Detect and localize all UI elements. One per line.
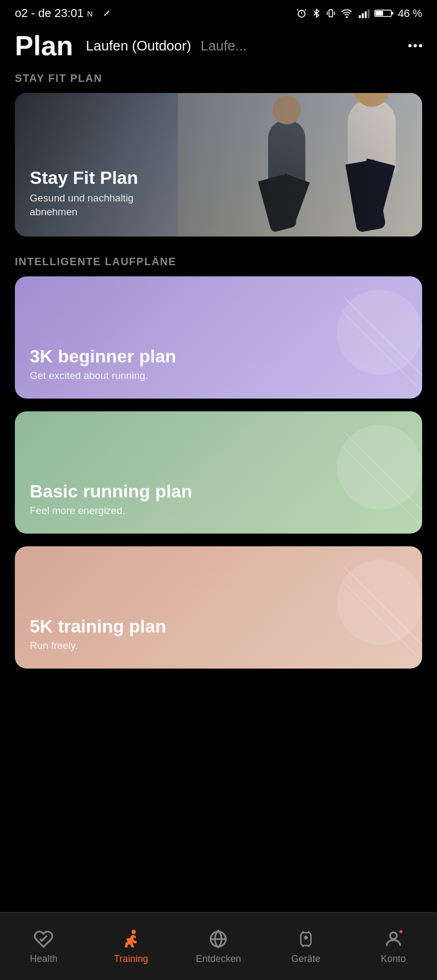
- plan-card-3k-content: 3K beginner plan Get excited about runni…: [15, 331, 191, 399]
- plan-card-basic-content: Basic running plan Feel more energized.: [15, 466, 207, 534]
- watch-icon: [295, 928, 317, 950]
- stay-fit-card-overlay: Stay Fit Plan Gesund und nachhaltig abne…: [15, 93, 422, 236]
- card-deco-3k: [327, 284, 422, 391]
- time: 23:01: [55, 6, 84, 20]
- status-bar: o2 - de 23:01 N 46 %: [0, 0, 437, 24]
- slash-icon: [102, 9, 112, 18]
- nav-item-konto[interactable]: Konto: [349, 928, 437, 965]
- plan-card-basic-subtitle: Feel more energized.: [30, 505, 192, 517]
- svg-point-13: [132, 930, 135, 933]
- svg-text:N: N: [87, 10, 93, 18]
- nav-item-geraete[interactable]: Geräte: [262, 928, 350, 965]
- battery-icon: [374, 8, 393, 19]
- card-deco-basic: [327, 419, 422, 526]
- wifi-icon: [340, 7, 353, 19]
- svg-rect-6: [359, 15, 361, 18]
- signal-icon: [357, 7, 370, 19]
- run-icon: [120, 928, 142, 950]
- main-content: STAY FIT PLAN: [0, 72, 437, 756]
- heart-icon: [32, 928, 55, 950]
- account-icon: [382, 928, 405, 950]
- nav-label-entdecken: Entdecken: [196, 953, 241, 965]
- svg-point-5: [346, 16, 347, 18]
- status-left: o2 - de 23:01 N: [15, 6, 112, 20]
- nav-label-konto: Konto: [381, 953, 406, 965]
- header-tab-outdoor[interactable]: Laufen (Outdoor): [86, 38, 191, 54]
- svg-rect-12: [376, 11, 383, 16]
- header-tab-second[interactable]: Laufe...: [201, 38, 247, 54]
- nav-label-health: Health: [30, 953, 57, 965]
- svg-rect-11: [392, 12, 393, 15]
- nav-item-entdecken[interactable]: Entdecken: [175, 928, 262, 965]
- plan-card-3k[interactable]: 3K beginner plan Get excited about runni…: [15, 276, 422, 399]
- svg-rect-8: [365, 11, 367, 18]
- svg-rect-9: [368, 10, 370, 18]
- stay-fit-title: Stay Fit Plan: [30, 167, 407, 188]
- nav-item-training[interactable]: Training: [88, 928, 175, 965]
- plan-card-basic-title: Basic running plan: [30, 481, 192, 502]
- stay-fit-subtitle: Gesund und nachhaltig abnehmen: [30, 191, 157, 219]
- plan-card-basic[interactable]: Basic running plan Feel more energized.: [15, 411, 422, 534]
- header: Plan Laufen (Outdoor) Laufe...: [0, 24, 437, 72]
- card-deco-5k: [327, 554, 422, 661]
- notification-dot: [398, 929, 404, 934]
- plan-card-3k-subtitle: Get excited about running.: [30, 370, 176, 382]
- nfc-icon: N: [87, 7, 99, 19]
- carrier-time: o2 - de: [15, 6, 52, 20]
- svg-point-2: [298, 11, 305, 18]
- intelligente-section-label: INTELLIGENTE LAUFPLÄNE: [0, 256, 437, 276]
- battery-percent: 46 %: [398, 7, 422, 20]
- bluetooth-icon: [312, 7, 321, 19]
- more-menu-button[interactable]: [408, 44, 422, 47]
- svg-line-1: [104, 11, 109, 16]
- plan-card-5k-content: 5K training plan Run freely.: [15, 601, 181, 669]
- stay-fit-card[interactable]: Stay Fit Plan Gesund und nachhaltig abne…: [15, 93, 422, 236]
- discover-icon: [207, 928, 229, 950]
- svg-point-23: [305, 936, 307, 939]
- nav-item-health[interactable]: Health: [0, 928, 88, 965]
- plan-card-5k-title: 5K training plan: [30, 616, 166, 637]
- svg-rect-4: [329, 10, 333, 16]
- status-right: 46 %: [296, 7, 422, 20]
- stay-fit-section-label: STAY FIT PLAN: [0, 72, 437, 93]
- vibrate-icon: [325, 7, 336, 19]
- page-title: Plan: [15, 30, 73, 62]
- svg-point-24: [390, 932, 397, 939]
- plan-card-3k-title: 3K beginner plan: [30, 346, 176, 367]
- nav-label-training: Training: [114, 953, 148, 965]
- plan-card-5k[interactable]: 5K training plan Run freely.: [15, 546, 422, 669]
- svg-rect-7: [362, 13, 364, 18]
- alarm-icon: [296, 7, 307, 19]
- bottom-nav: Health Training Entdecken: [0, 912, 437, 980]
- nav-label-geraete: Geräte: [292, 953, 321, 965]
- plan-card-5k-subtitle: Run freely.: [30, 640, 166, 652]
